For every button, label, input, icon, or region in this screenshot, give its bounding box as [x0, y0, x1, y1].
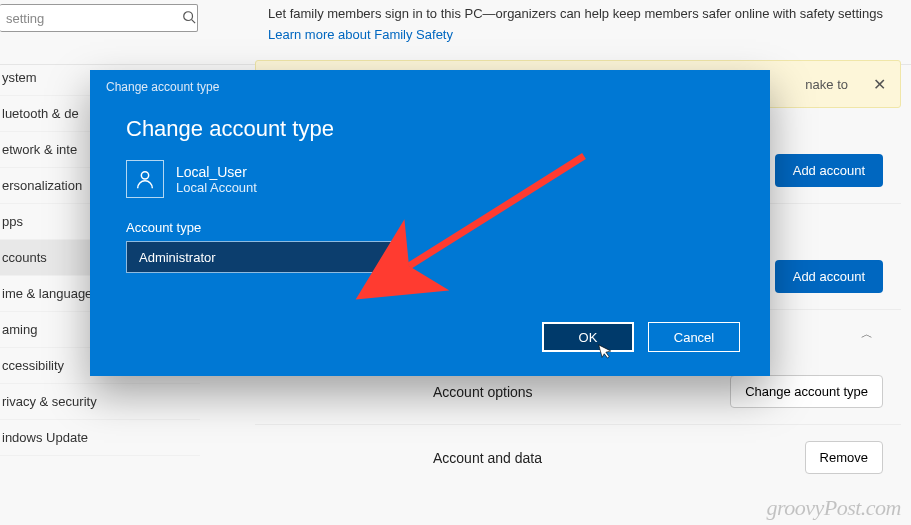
search-input[interactable] — [0, 11, 180, 26]
user-account-type-label: Local Account — [176, 180, 257, 195]
add-account-button-1[interactable]: Add account — [775, 154, 883, 187]
svg-line-1 — [191, 19, 195, 23]
ok-button-label: OK — [579, 330, 598, 345]
dialog-heading: Change account type — [126, 104, 734, 160]
dialog-titlebar: Change account type — [90, 70, 770, 94]
add-account-button-2[interactable]: Add account — [775, 260, 883, 293]
cursor-icon — [598, 341, 617, 365]
account-data-row: Account and data Remove — [255, 425, 901, 490]
family-safety-link[interactable]: Learn more about Family Safety — [268, 27, 453, 42]
sidebar-item-windows-update[interactable]: indows Update — [0, 420, 200, 456]
user-name: Local_User — [176, 164, 257, 180]
topbar: Let family members sign in to this PC—or… — [0, 0, 911, 65]
chevron-down-icon — [383, 250, 393, 265]
search-box[interactable] — [0, 4, 198, 32]
svg-point-0 — [183, 11, 192, 20]
header-description: Let family members sign in to this PC—or… — [268, 4, 911, 46]
change-account-type-button[interactable]: Change account type — [730, 375, 883, 408]
ok-button[interactable]: OK — [542, 322, 634, 352]
account-type-selected-value: Administrator — [139, 250, 216, 265]
user-icon — [126, 160, 164, 198]
account-options-label: Account options — [433, 384, 533, 400]
account-data-label: Account and data — [433, 450, 542, 466]
close-icon[interactable]: ✕ — [873, 75, 886, 94]
search-icon[interactable] — [180, 10, 197, 27]
change-account-type-dialog: Change account type Change account type … — [90, 70, 770, 376]
chevron-up-icon[interactable]: ︿ — [861, 326, 873, 343]
watermark: groovyPost.com — [766, 495, 901, 521]
notice-text: nake to — [805, 77, 848, 92]
account-type-select[interactable]: Administrator — [126, 241, 406, 273]
svg-point-2 — [141, 172, 148, 179]
sidebar-item-privacy[interactable]: rivacy & security — [0, 384, 200, 420]
remove-button[interactable]: Remove — [805, 441, 883, 474]
account-type-field-label: Account type — [126, 220, 734, 235]
header-desc-text: Let family members sign in to this PC—or… — [268, 6, 883, 21]
cancel-button[interactable]: Cancel — [648, 322, 740, 352]
user-info: Local_User Local Account — [126, 160, 734, 198]
